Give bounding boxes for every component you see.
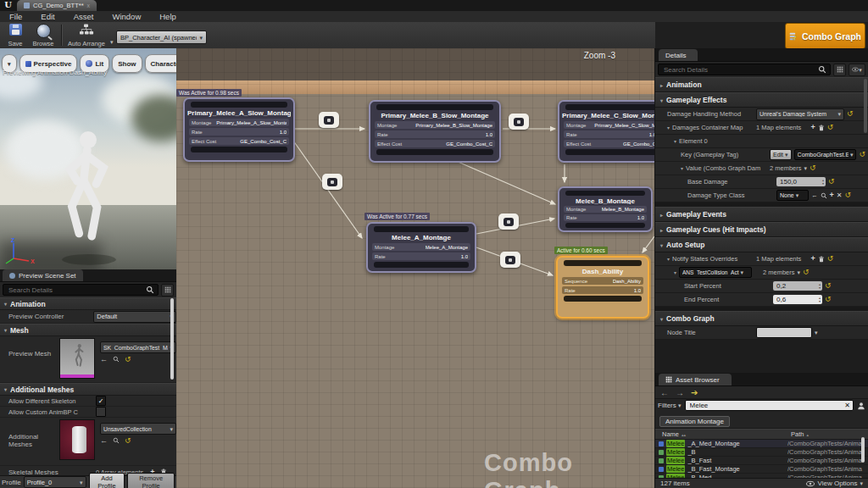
menu-edit[interactable]: Edit: [31, 11, 64, 22]
auto-arrange-dropdown[interactable]: ▾: [110, 32, 114, 47]
browse-to-asset-icon[interactable]: [113, 356, 120, 363]
category-animation[interactable]: ▸Animation: [655, 77, 868, 92]
use-selected-icon[interactable]: ←: [100, 436, 108, 445]
reset-icon[interactable]: ↺: [827, 255, 834, 263]
graph-node-melee-b-montage[interactable]: Melee_B_Montage MontageMelee_B_Montage R…: [558, 186, 653, 232]
allow-custom-animbp-checkbox[interactable]: [96, 407, 106, 417]
save-button[interactable]: Save: [2, 24, 29, 47]
add-element-icon[interactable]: +: [810, 255, 815, 263]
category-gameplay-events[interactable]: ▸Gameplay Events: [655, 207, 868, 222]
end-percent-spinbox[interactable]: 0,6▴▾: [773, 295, 822, 304]
chevron-down-icon[interactable]: ▾: [815, 330, 818, 336]
damage-type-dropdown[interactable]: None▾: [776, 190, 809, 201]
category-gameplay-effects[interactable]: ▾Gameplay Effects: [655, 92, 868, 108]
graph-node-dash-ability[interactable]: Dash_Ability SequenceDash_Ability Rate1.…: [556, 256, 649, 319]
asset-row[interactable]: Melee_B_Fast /ComboGraphTests/Anima: [655, 457, 868, 465]
node-input-pin[interactable]: [565, 191, 645, 196]
graph-node-primary-melee-a[interactable]: Primary_Melee_A_Slow_Montage MontagePrim…: [183, 97, 295, 162]
scene-settings-grid-button[interactable]: [161, 284, 174, 297]
menu-help[interactable]: Help: [150, 11, 186, 22]
category-gameplay-cues[interactable]: ▸Gameplay Cues (Hit Impacts): [655, 222, 868, 237]
chevron-down-icon[interactable]: ▾: [804, 165, 808, 171]
preview-mesh-thumbnail[interactable]: [59, 338, 95, 379]
scene-search-input[interactable]: [7, 286, 143, 295]
node-input-pin[interactable]: [564, 260, 642, 266]
details-scrollbar[interactable]: [864, 79, 867, 133]
add-icon[interactable]: +: [830, 191, 834, 199]
damage-handling-dropdown[interactable]: Unreal's Damage System▾: [756, 108, 844, 120]
category-auto-setup[interactable]: ▾Auto Setup: [655, 237, 868, 252]
menu-asset[interactable]: Asset: [64, 11, 103, 22]
column-path[interactable]: Path▴: [791, 430, 809, 438]
graph-node-primary-melee-b[interactable]: Primary_Melee_B_Slow_Montage MontagePrim…: [369, 100, 501, 163]
add-profile-button[interactable]: Add Profile: [89, 473, 125, 488]
graph-node-melee-a-montage[interactable]: Melee_A_Montage MontageMelee_A_Montage R…: [366, 222, 476, 273]
notify-state-class-dropdown[interactable]: ANS_TestCollision_Act▾: [679, 267, 752, 278]
person-icon[interactable]: [857, 402, 865, 410]
asset-editor-tab[interactable]: CG_Demo_BTT** x: [17, 0, 97, 11]
node-output-pin[interactable]: [564, 296, 642, 302]
chevron-down-icon[interactable]: ▾: [798, 269, 801, 275]
details-search-input[interactable]: [662, 65, 815, 75]
transition-node[interactable]: [509, 114, 529, 130]
preview-actor-dropdown[interactable]: BP_Character_AI (spawned) ▾: [116, 30, 207, 44]
category-combo-graph[interactable]: ▾Combo Graph: [655, 311, 868, 326]
additional-meshes-thumbnail[interactable]: [59, 419, 95, 460]
scene-category-animation[interactable]: ▾Animation: [0, 297, 176, 310]
details-visibility-button[interactable]: ▾: [849, 64, 865, 76]
combo-graph-canvas[interactable]: Was Active for 0.98 secs Was Active for …: [176, 48, 654, 488]
reset-icon[interactable]: ↺: [803, 269, 810, 276]
scene-panel-scrollbar[interactable]: [170, 298, 174, 380]
clear-icon[interactable]: ✕: [837, 192, 843, 199]
reset-icon[interactable]: ↺: [827, 124, 834, 131]
filter-chip-animation-montage[interactable]: Animation Montage: [659, 416, 730, 427]
menu-file[interactable]: File: [0, 11, 31, 22]
auto-arrange-button[interactable]: Auto Arrange: [64, 24, 108, 47]
show-dropdown[interactable]: Show: [112, 54, 142, 73]
profile-dropdown[interactable]: Profile_0▾: [24, 476, 86, 488]
tab-preview-scene-settings[interactable]: Preview Scene Set: [3, 269, 83, 281]
transition-node[interactable]: [319, 112, 339, 128]
edit-tag-button[interactable]: Edit▾: [770, 149, 792, 160]
use-selected-icon[interactable]: ←: [100, 355, 108, 363]
node-title-input[interactable]: [756, 327, 812, 338]
start-percent-spinbox[interactable]: 0,2▴▾: [773, 281, 822, 291]
clear-search-icon[interactable]: ✕: [844, 402, 850, 409]
browse-to-asset-icon[interactable]: [821, 192, 827, 199]
node-input-pin[interactable]: [374, 226, 469, 232]
trash-icon[interactable]: [818, 125, 825, 131]
forward-arrow-icon[interactable]: →: [676, 388, 684, 397]
menu-window[interactable]: Window: [103, 11, 150, 22]
preview-controller-dropdown[interactable]: Default▾: [93, 311, 176, 323]
browse-to-asset-icon[interactable]: [113, 437, 120, 444]
asset-list-scrollbar[interactable]: [861, 437, 865, 463]
tab-close-icon[interactable]: x: [87, 3, 91, 8]
asset-row[interactable]: Melee_B_Fast_Montage /ComboGraphTests/An…: [655, 465, 868, 474]
reset-icon[interactable]: ↺: [847, 110, 854, 118]
additional-meshes-dropdown[interactable]: UnsavedCollection▾: [100, 423, 176, 435]
reset-icon[interactable]: ↺: [125, 356, 131, 363]
scene-search-box[interactable]: [3, 284, 159, 296]
tab-details[interactable]: Details: [659, 49, 698, 61]
asset-search-box[interactable]: ✕: [685, 400, 854, 411]
reset-icon[interactable]: ↺: [825, 296, 832, 303]
transition-node[interactable]: [322, 174, 342, 190]
column-name[interactable]: Name▴▴: [655, 430, 791, 438]
view-options-button[interactable]: View Options ▾: [806, 480, 863, 488]
reset-icon[interactable]: ↺: [844, 191, 851, 199]
character-dropdown[interactable]: Character: [145, 54, 178, 73]
graph-node-primary-melee-c[interactable]: Primary_Melee_C_Slow_Mon MontagePrimary_…: [558, 100, 654, 163]
use-selected-icon[interactable]: ←: [811, 191, 818, 199]
reset-icon[interactable]: ↺: [859, 151, 865, 158]
node-output-pin[interactable]: [565, 149, 654, 155]
details-grid-button[interactable]: [833, 64, 846, 76]
node-output-pin[interactable]: [374, 262, 469, 268]
combo-graph-mode-button[interactable]: Combo Graph: [785, 23, 865, 49]
gameplay-tag-dropdown[interactable]: ComboGraphTest.Event.Montage.Hit▾: [794, 149, 857, 160]
asset-search-input[interactable]: [688, 401, 843, 410]
sync-arrow-icon[interactable]: ➔: [691, 388, 698, 397]
asset-row[interactable]: Melee_A_Med_Montage /ComboGraphTests/Ani…: [655, 440, 868, 448]
allow-different-skeleton-checkbox[interactable]: ✓: [96, 396, 106, 406]
reset-icon[interactable]: ↺: [125, 437, 131, 445]
remove-profile-button[interactable]: Remove Profile: [127, 473, 175, 488]
